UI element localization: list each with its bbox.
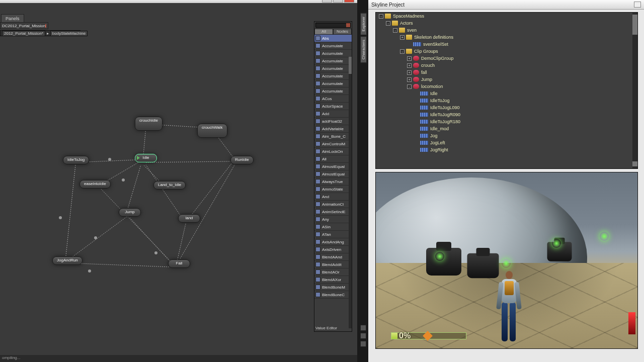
- graph-node-ease-into-idle[interactable]: easeIntoIdle: [79, 180, 111, 189]
- scrollbar-thumb[interactable]: [632, 15, 637, 35]
- node-library-item[interactable]: AxisDriven: [314, 246, 352, 253]
- window-titlebar[interactable]: [0, 0, 357, 3]
- node-library-item[interactable]: ActorSpace: [314, 103, 352, 110]
- graph-node-jog-and-run[interactable]: JogAndRun: [52, 256, 83, 265]
- tab-all[interactable]: All: [314, 29, 333, 35]
- project-titlebar[interactable]: Skyline Project: [368, 0, 644, 10]
- tree-item[interactable]: JogRight: [376, 146, 637, 153]
- tool-icon[interactable]: [360, 325, 366, 331]
- node-library-item[interactable]: BlendAOr: [314, 268, 352, 276]
- document-tab[interactable]: DC2012_Portal_Mission: [0, 22, 48, 29]
- node-library-item[interactable]: BlendBoneC: [314, 291, 352, 299]
- tree-item[interactable]: -Actors: [376, 20, 637, 27]
- tree-item[interactable]: JogLeft: [376, 139, 637, 146]
- expand-toggle-icon[interactable]: +: [407, 77, 412, 82]
- expand-toggle-icon[interactable]: +: [400, 35, 405, 40]
- project-tree[interactable]: -SpaceMadness-Actors-sven+Skeleton defin…: [375, 12, 638, 169]
- graph-node-idle-to-jog[interactable]: IdleToJog: [63, 156, 89, 164]
- node-library-item[interactable]: Accumulate: [314, 87, 352, 95]
- node-library-item[interactable]: Accumulate: [314, 57, 352, 65]
- node-library-item[interactable]: And: [314, 193, 352, 201]
- node-library-item[interactable]: AnimSetIndE: [314, 208, 352, 216]
- node-library-item[interactable]: BlendAXor: [314, 276, 352, 284]
- tool-icon[interactable]: [360, 333, 366, 339]
- node-library-item[interactable]: Accumulate: [314, 65, 352, 72]
- expand-toggle-icon[interactable]: -: [393, 28, 397, 33]
- breadcrumb-root[interactable]: 2012_Portal_Mission*: [2, 31, 45, 36]
- node-library-list[interactable]: AbsAccumulateAccumulateAccumulateAccumul…: [314, 35, 352, 299]
- graph-node-crouch-walk[interactable]: crouchWalk: [197, 124, 227, 138]
- window-button[interactable]: [634, 2, 641, 8]
- tree-item[interactable]: -Clip Groups: [376, 48, 637, 55]
- tree-item[interactable]: Jog: [376, 132, 637, 139]
- window-maximize-button[interactable]: [333, 0, 343, 3]
- node-library-item[interactable]: AnimationCl: [314, 201, 352, 208]
- tree-item[interactable]: svenSkelSet: [376, 41, 637, 48]
- tree-item[interactable]: -SpaceMadness: [376, 13, 637, 20]
- node-library-item[interactable]: ACos: [314, 95, 352, 103]
- tree-item[interactable]: IdleToJog: [376, 97, 637, 104]
- game-viewport[interactable]: 0%: [375, 172, 638, 349]
- graph-canvas[interactable]: [0, 37, 312, 355]
- node-library-item[interactable]: Add: [314, 110, 352, 118]
- tree-item[interactable]: +fall: [376, 69, 637, 76]
- expand-toggle-icon[interactable]: -: [379, 14, 383, 19]
- side-tab-explorer[interactable]: Explorer: [360, 13, 367, 35]
- expand-toggle-icon[interactable]: -: [400, 49, 405, 54]
- scrollbar[interactable]: [349, 57, 352, 328]
- node-library-item[interactable]: All: [314, 155, 352, 163]
- clear-search-icon[interactable]: [346, 23, 350, 27]
- node-library-item[interactable]: AimControlM: [314, 140, 352, 148]
- node-library-item[interactable]: AlmostEqual: [314, 170, 352, 178]
- breadcrumb[interactable]: 2012_Portal_Mission* ▸ bodyStateMachine: [0, 30, 80, 36]
- node-library-item[interactable]: ASin: [314, 223, 352, 231]
- graph-node-land-to-idle[interactable]: Land_to_Idle: [153, 181, 186, 190]
- node-library-item[interactable]: Accumulate: [314, 80, 352, 87]
- window-minimize-button[interactable]: [322, 0, 332, 3]
- node-library-item[interactable]: Abs: [314, 35, 352, 42]
- scrollbar-thumb[interactable]: [349, 57, 352, 74]
- graph-node-idle[interactable]: Idle: [135, 154, 157, 162]
- node-library-item[interactable]: addFloat32: [314, 118, 352, 125]
- tree-item[interactable]: +Jump: [376, 76, 637, 83]
- scrollbar[interactable]: [632, 13, 637, 168]
- node-library-item[interactable]: AxisAndAng: [314, 238, 352, 246]
- node-library-item[interactable]: Any: [314, 216, 352, 223]
- tree-item[interactable]: Idle: [376, 90, 637, 97]
- tree-item[interactable]: -locomotion: [376, 83, 637, 90]
- scrollbar-thumb[interactable]: [632, 161, 637, 166]
- node-library-item[interactable]: AlmostEqual: [314, 163, 352, 170]
- tree-item[interactable]: Idle_mod: [376, 125, 637, 132]
- tree-item[interactable]: IdleToJogR090: [376, 111, 637, 118]
- node-library-item[interactable]: AlwaysTrue: [314, 178, 352, 186]
- side-tab-characters[interactable]: Characters: [360, 36, 367, 63]
- node-library-item[interactable]: Accumulate: [314, 72, 352, 80]
- tree-item[interactable]: -sven: [376, 27, 637, 34]
- graph-node-land[interactable]: land: [178, 214, 200, 223]
- node-library-item[interactable]: Accumulate: [314, 42, 352, 50]
- node-library-item[interactable]: BlendBoneM: [314, 284, 352, 291]
- tab-nodes[interactable]: Nodes: [333, 29, 352, 35]
- expand-toggle-icon[interactable]: +: [407, 70, 412, 75]
- close-tab-icon[interactable]: [45, 24, 46, 28]
- tree-item[interactable]: +crouch: [376, 62, 637, 69]
- node-library-item[interactable]: Aim_Bone_C: [314, 133, 352, 140]
- node-library-item[interactable]: BlendAAnd: [314, 253, 352, 261]
- expand-toggle-icon[interactable]: +: [407, 56, 412, 61]
- tree-item[interactable]: IdleToJogR180: [376, 118, 637, 125]
- tool-icon[interactable]: [360, 341, 366, 347]
- tree-item[interactable]: IdleToJogL090: [376, 104, 637, 111]
- graph-node-run-idle[interactable]: RunIdle: [230, 156, 254, 164]
- node-library-item[interactable]: AimLockOn: [314, 148, 352, 155]
- graph-node-jump[interactable]: Jump: [119, 208, 141, 217]
- tree-item[interactable]: +Skeleton definitions: [376, 34, 637, 41]
- window-close-button[interactable]: [344, 0, 354, 3]
- breadcrumb-child[interactable]: bodyStateMachine: [50, 31, 88, 36]
- tree-item[interactable]: +DemoClipGroup: [376, 55, 637, 62]
- node-library-item[interactable]: AddVariable: [314, 125, 352, 133]
- node-library-item[interactable]: BlendAddit: [314, 261, 352, 268]
- expand-toggle-icon[interactable]: -: [386, 21, 390, 26]
- expand-toggle-icon[interactable]: -: [407, 84, 412, 89]
- graph-node-fall[interactable]: Fall: [168, 259, 190, 268]
- node-library-item[interactable]: Accumulate: [314, 50, 352, 57]
